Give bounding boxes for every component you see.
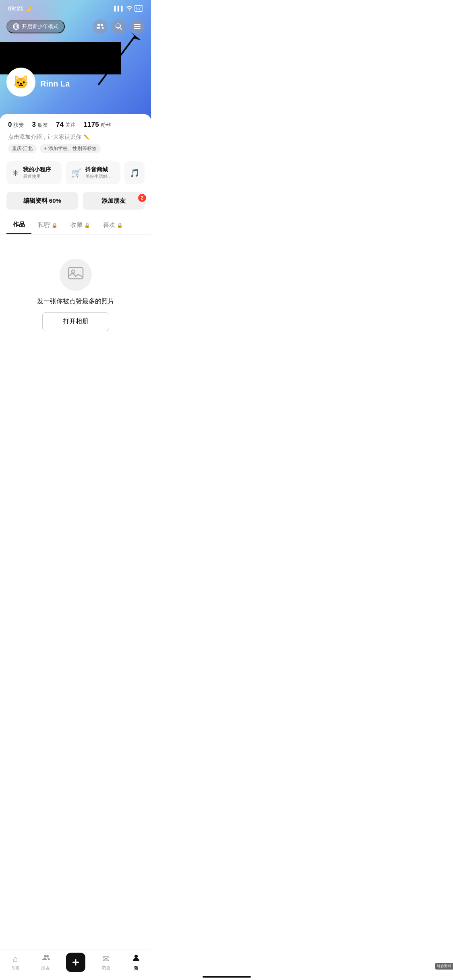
stat-followers[interactable]: 1175 粉丝 xyxy=(84,121,111,129)
tab-works-label: 作品 xyxy=(13,221,25,229)
friends-count: 3 xyxy=(32,121,35,129)
wifi-icon xyxy=(126,5,132,12)
tab-private-lock-icon: 🔒 xyxy=(52,222,58,228)
stats-row: 0 获赞 3 朋友 74 关注 1175 粉丝 xyxy=(0,114,151,132)
mini-app-shop-sub: 美好生活触手可得 xyxy=(85,173,115,179)
empty-text: 发一张你被点赞最多的照片 xyxy=(37,297,114,306)
add-tag-button[interactable]: + 添加学校、性别等标签 xyxy=(40,144,100,153)
mini-app-shop-icon: 🛒 xyxy=(71,168,81,178)
tab-favorites[interactable]: 收藏 🔒 xyxy=(64,216,97,234)
mini-app-shop-info: 抖音商城 美好生活触手可得 xyxy=(85,166,115,179)
bio-text[interactable]: 点击添加介绍，让大家认识你 ✏️ xyxy=(8,134,143,141)
location-tag[interactable]: 重庆·江北 xyxy=(8,144,37,153)
hero-section: 09:21 🌙 ▌▌▌ 57 开启青少年模式 xyxy=(0,0,151,121)
mini-apps-row: ✳ 我的小程序 最近使用 🛒 抖音商城 美好生活触手可得 🎵 xyxy=(0,156,151,189)
svg-rect-3 xyxy=(134,28,141,29)
avatar: 🐱 xyxy=(6,68,35,97)
tab-private[interactable]: 私密 🔒 xyxy=(31,216,64,234)
tab-private-label: 私密 xyxy=(38,221,50,229)
friends-label: 朋友 xyxy=(37,121,48,129)
music-icon: 🎵 xyxy=(130,168,140,178)
friends-icon-button[interactable] xyxy=(93,19,108,34)
search-icon-button[interactable] xyxy=(112,19,126,34)
top-nav: 开启青少年模式 xyxy=(0,19,151,34)
action-buttons: 编辑资料 60% 添加朋友 2 xyxy=(0,189,151,214)
mini-app-douyin-shop[interactable]: 🛒 抖音商城 美好生活触手可得 xyxy=(66,161,121,184)
stat-following[interactable]: 74 关注 xyxy=(56,121,76,129)
content-area: 0 获赞 3 朋友 74 关注 1175 粉丝 点击添加介绍，让大家认识你 ✏️… xyxy=(0,114,151,379)
bio-placeholder: 点击添加介绍，让大家认识你 xyxy=(8,134,81,141)
stat-friends[interactable]: 3 朋友 xyxy=(32,121,48,129)
status-icons: ▌▌▌ 57 xyxy=(114,5,143,12)
likes-count: 0 xyxy=(8,121,12,129)
svg-rect-6 xyxy=(68,268,83,279)
tab-likes-label: 喜欢 xyxy=(103,221,115,229)
status-time: 09:21 xyxy=(8,5,23,12)
moon-icon: 🌙 xyxy=(25,5,31,11)
svg-point-7 xyxy=(72,270,75,273)
signal-icon: ▌▌▌ xyxy=(114,6,124,11)
avatar-container: 🐱 xyxy=(6,68,35,97)
tab-works[interactable]: 作品 xyxy=(6,216,31,234)
add-friend-badge: 2 xyxy=(138,194,146,202)
svg-rect-2 xyxy=(134,26,141,27)
mini-app-music[interactable]: 🎵 xyxy=(124,161,145,184)
followers-count: 1175 xyxy=(84,121,99,129)
following-label: 关注 xyxy=(65,121,76,129)
bio-section: 点击添加介绍，让大家认识你 ✏️ 重庆·江北 + 添加学校、性别等标签 xyxy=(0,132,151,156)
menu-icon-button[interactable] xyxy=(130,19,145,34)
tags-row: 重庆·江北 + 添加学校、性别等标签 xyxy=(8,144,143,153)
youth-mode-button[interactable]: 开启青少年模式 xyxy=(6,20,65,33)
youth-icon xyxy=(13,23,19,30)
tabs-row: 作品 私密 🔒 收藏 🔒 喜欢 🔒 xyxy=(0,216,151,235)
stat-likes[interactable]: 0 获赞 xyxy=(8,121,24,129)
mini-app-shop-name: 抖音商城 xyxy=(85,166,115,173)
mini-app-my-programs[interactable]: ✳ 我的小程序 最近使用 xyxy=(6,161,62,184)
edit-bio-icon: ✏️ xyxy=(84,134,90,140)
battery-icon: 57 xyxy=(134,5,143,12)
add-friend-button-wrapper: 添加朋友 2 xyxy=(83,192,145,210)
empty-state: 发一张你被点赞最多的照片 打开相册 xyxy=(0,235,151,347)
svg-rect-1 xyxy=(134,24,141,25)
likes-label: 获赞 xyxy=(13,121,24,129)
empty-icon-wrap xyxy=(60,259,92,291)
status-bar: 09:21 🌙 ▌▌▌ 57 xyxy=(0,0,151,13)
profile-name-hero: Rinn La xyxy=(40,79,70,89)
photo-icon xyxy=(68,266,84,284)
youth-mode-label: 开启青少年模式 xyxy=(22,23,58,30)
mini-app-programs-name: 我的小程序 xyxy=(23,166,51,173)
tab-likes[interactable]: 喜欢 🔒 xyxy=(97,216,129,234)
add-friend-button[interactable]: 添加朋友 xyxy=(83,192,145,210)
followers-label: 粉丝 xyxy=(101,121,111,129)
tab-favorites-lock-icon: 🔒 xyxy=(84,222,90,228)
tab-likes-lock-icon: 🔒 xyxy=(117,222,123,228)
tab-favorites-label: 收藏 xyxy=(70,221,83,229)
mini-app-programs-sub: 最近使用 xyxy=(23,173,51,179)
mini-app-programs-icon: ✳ xyxy=(12,168,19,178)
following-count: 74 xyxy=(56,121,64,129)
nav-right-icons xyxy=(93,19,145,34)
mini-app-programs-info: 我的小程序 最近使用 xyxy=(23,166,51,179)
edit-profile-button[interactable]: 编辑资料 60% xyxy=(6,192,78,210)
open-album-button[interactable]: 打开相册 xyxy=(42,312,109,331)
